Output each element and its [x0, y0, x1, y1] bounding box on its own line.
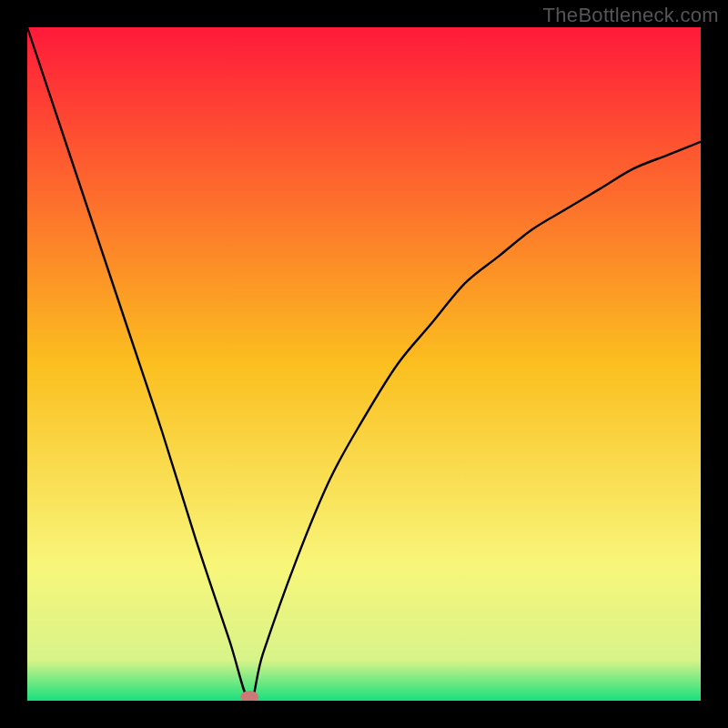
gradient-background — [27, 27, 701, 701]
watermark-text: TheBottleneck.com — [543, 4, 719, 27]
bottleneck-chart-svg — [27, 27, 701, 701]
plot-area — [27, 27, 701, 701]
chart-frame: TheBottleneck.com — [0, 0, 728, 728]
